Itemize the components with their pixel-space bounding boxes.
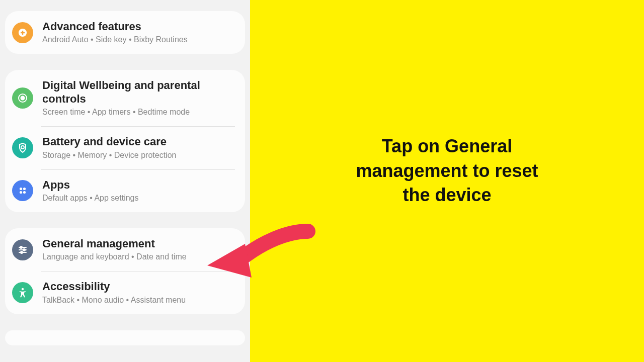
item-title: Apps [42, 178, 235, 192]
settings-screenshot: Advanced features Android Auto • Side ke… [0, 0, 250, 362]
svg-point-3 [21, 146, 24, 149]
apps-icon [12, 180, 33, 201]
item-subtitle: Screen time • App timers • Bedtime mode [42, 107, 235, 117]
item-title: Digital Wellbeing and parental controls [42, 79, 235, 106]
item-text: Advanced features Android Auto • Side ke… [42, 20, 235, 45]
settings-group-partial [5, 330, 245, 345]
sliders-icon [12, 239, 33, 260]
settings-group: General management Language and keyboard… [5, 228, 245, 314]
instruction-panel: Tap on General management to reset the d… [250, 0, 644, 362]
svg-point-2 [21, 97, 25, 100]
settings-item-digital-wellbeing[interactable]: Digital Wellbeing and parental controls … [5, 70, 245, 126]
item-text: Battery and device care Storage • Memory… [42, 135, 235, 160]
svg-point-11 [23, 249, 25, 251]
item-title: Battery and device care [42, 135, 235, 148]
settings-item-advanced-features[interactable]: Advanced features Android Auto • Side ke… [5, 11, 245, 54]
instruction-text: Tap on General management to reset the d… [321, 134, 573, 208]
plus-icon [12, 22, 33, 43]
item-title: Accessibility [42, 280, 235, 293]
svg-point-6 [20, 191, 22, 194]
item-subtitle: Language and keyboard • Date and time [42, 252, 235, 262]
item-subtitle: Android Auto • Side key • Bixby Routines [42, 35, 235, 45]
settings-item-general-management[interactable]: General management Language and keyboard… [5, 228, 245, 271]
svg-point-9 [20, 246, 22, 248]
item-subtitle: Default apps • App settings [42, 193, 235, 203]
settings-item-apps[interactable]: Apps Default apps • App settings [5, 169, 245, 212]
item-subtitle: TalkBack • Mono audio • Assistant menu [42, 295, 235, 305]
svg-point-4 [20, 188, 22, 190]
item-subtitle: Storage • Memory • Device protection [42, 150, 235, 160]
item-text: General management Language and keyboard… [42, 237, 235, 262]
item-title: Advanced features [42, 20, 235, 33]
device-care-icon [12, 137, 33, 158]
item-text: Apps Default apps • App settings [42, 178, 235, 203]
settings-item-battery-device-care[interactable]: Battery and device care Storage • Memory… [5, 126, 245, 169]
item-text: Digital Wellbeing and parental controls … [42, 79, 235, 117]
svg-point-14 [22, 288, 24, 290]
settings-group: Digital Wellbeing and parental controls … [5, 70, 245, 212]
svg-point-13 [21, 251, 23, 253]
settings-item-accessibility[interactable]: Accessibility TalkBack • Mono audio • As… [5, 271, 245, 314]
accessibility-icon [12, 282, 33, 303]
item-title: General management [42, 237, 235, 250]
settings-group: Advanced features Android Auto • Side ke… [5, 11, 245, 54]
svg-point-5 [23, 188, 26, 190]
svg-point-7 [23, 191, 26, 194]
wellbeing-icon [12, 87, 33, 109]
item-text: Accessibility TalkBack • Mono audio • As… [42, 280, 235, 305]
